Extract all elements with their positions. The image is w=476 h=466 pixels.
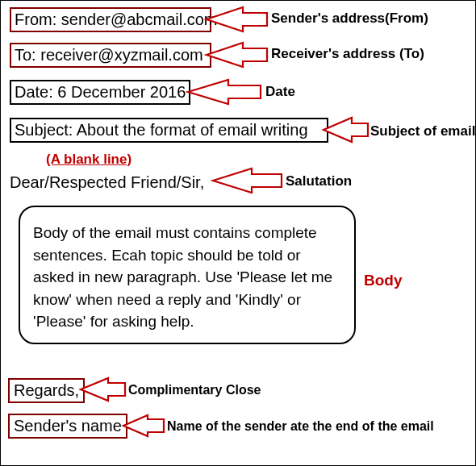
caption-to: Receiver's address (To)	[271, 46, 424, 62]
body-text: Body of the email must contains complete…	[33, 224, 332, 330]
date-field-text: Date: 6 December 2016	[15, 83, 186, 101]
subject-field-box: Subject: About the format of email writi…	[10, 118, 328, 143]
arrow-from-icon	[207, 7, 267, 31]
caption-body: Body	[364, 272, 403, 289]
svg-marker-6	[123, 415, 164, 436]
arrow-to-icon	[207, 43, 267, 67]
arrow-close-icon	[81, 378, 125, 401]
regards-text: Regards,	[14, 381, 79, 399]
sender-name-text: Sender's name	[14, 417, 122, 435]
svg-marker-0	[207, 7, 267, 31]
date-field-box: Date: 6 December 2016	[10, 80, 190, 105]
salutation-text: Dear/Respected Friend/Sir,	[10, 173, 204, 192]
svg-marker-5	[81, 378, 125, 401]
from-field-box: From: sender@abcmail.com	[10, 7, 211, 32]
arrow-salutation-icon	[213, 169, 282, 193]
caption-date: Date	[265, 84, 295, 100]
caption-subject: Subject of email	[370, 123, 475, 139]
caption-from: Sender's address(From)	[271, 10, 428, 27]
sender-name-box: Sender's name	[8, 414, 127, 439]
svg-marker-3	[324, 118, 368, 142]
from-field-text: From: sender@abcmail.com	[15, 10, 217, 28]
email-format-diagram: From: sender@abcmail.com Sender's addres…	[0, 0, 476, 466]
to-field-text: To: receiver@xyzmail.com	[15, 46, 203, 64]
arrow-subject-icon	[324, 118, 368, 142]
subject-field-text: Subject: About the format of email writi…	[15, 121, 308, 139]
svg-marker-2	[188, 80, 261, 104]
arrow-date-icon	[188, 80, 261, 104]
caption-sendername: Name of the sender ate the end of the em…	[167, 419, 434, 434]
svg-marker-4	[213, 169, 282, 193]
caption-salutation: Salutation	[286, 173, 352, 189]
regards-box: Regards,	[8, 378, 85, 403]
body-box: Body of the email must contains complete…	[19, 206, 356, 344]
svg-marker-1	[207, 43, 267, 67]
to-field-box: To: receiver@xyzmail.com	[10, 43, 211, 68]
blank-line-note: (A blank line)	[46, 152, 132, 168]
arrow-sendername-icon	[123, 415, 164, 436]
caption-close: Complimentary Close	[128, 383, 261, 397]
